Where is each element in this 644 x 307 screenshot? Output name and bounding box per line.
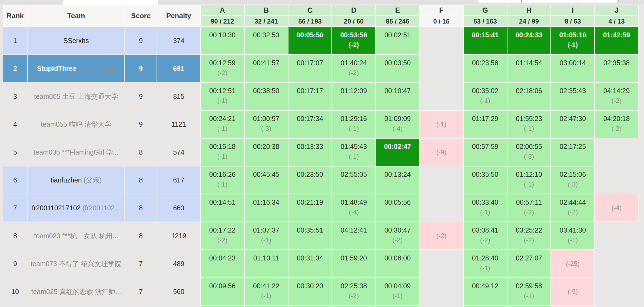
rank-cell: 3 [3, 83, 27, 110]
solve-time: 00:04:09 [376, 282, 419, 290]
solve-time: 00:57:11 [507, 198, 550, 207]
problem-header-J[interactable]: J [595, 5, 638, 15]
problem-header-H[interactable]: H [507, 5, 550, 15]
attempt-count: (-1) [245, 236, 288, 244]
solve-time: 01:00:57 [245, 114, 288, 123]
problem-header-G[interactable]: G [464, 5, 507, 15]
problem-cell [595, 306, 638, 307]
score-cell: 8 [125, 222, 157, 249]
solve-time: 00:30:20 [288, 282, 331, 290]
problem-cell: 02:25:38(-2) [332, 278, 375, 305]
attempt-count: (-4) [595, 204, 638, 212]
solve-time: 00:41:57 [245, 58, 288, 67]
problem-cell: 00:05:50 [288, 27, 331, 54]
problem-cell: 00:53:58(-2) [332, 27, 375, 54]
attempt-count: (-2) [332, 292, 375, 300]
table-row: 9team073 不得了 绍兴文理学院748900:04:2301:10:110… [3, 250, 638, 277]
attempt-count: (-9) [420, 148, 463, 156]
problem-cell: 00:33:40(-1) [464, 194, 507, 221]
segmented-control[interactable] [477, 0, 619, 3]
problem-cell: 00:04:23 [201, 250, 244, 277]
problem-cell: 04:20:18(-2) [595, 111, 638, 138]
attempt-count: (-2) [507, 208, 550, 216]
problem-cell: (-5) [551, 278, 594, 305]
solve-time: 02:00:55 [507, 142, 550, 151]
solve-time: 01:48:49 [332, 198, 375, 207]
problem-cell: (-1) [420, 111, 463, 138]
problem-cell: 00:23:50 [288, 166, 331, 194]
problem-stats-F: 0 / 16 [420, 16, 463, 26]
solve-time: 01:59:20 [332, 254, 375, 263]
problem-cell: 02:15:06(-3) [551, 166, 594, 194]
attempt-count: (-1) [332, 152, 375, 161]
problem-cell: 01:16:34 [245, 194, 288, 221]
solve-time: 00:23:58 [464, 58, 507, 67]
problem-cell [332, 306, 375, 307]
problem-stats-G: 53 / 163 [464, 16, 507, 26]
problem-cell [201, 306, 244, 307]
problem-header-B[interactable]: B [245, 5, 288, 15]
rank-cell: 8 [3, 222, 27, 249]
solve-time: 02:18:06 [507, 86, 550, 95]
problem-stats-H: 24 / 99 [507, 16, 550, 26]
problem-header-C[interactable]: C [288, 5, 331, 15]
problem-cell: 00:17:07 [288, 55, 331, 82]
problem-cell: 00:38:50 [245, 83, 288, 110]
score-cell: 9 [125, 27, 157, 54]
attempt-count: (-1) [464, 208, 507, 216]
solve-time: 02:27:07 [507, 254, 550, 263]
solve-time: 02:35:38 [595, 58, 638, 67]
problem-cell: 00:15:41 [464, 27, 507, 54]
attempt-count: (-3) [551, 180, 594, 188]
problem-stats-E: 85 / 246 [376, 16, 419, 26]
team-name-secondary: team055 喵呜 清华大学 [41, 120, 111, 128]
solve-time: 00:57:59 [464, 142, 507, 151]
browser-tab-remnant[interactable] [63, 0, 158, 5]
solve-time: 03:41:30 [551, 226, 594, 235]
team-cell: team055 喵呜 清华大学 [28, 111, 124, 138]
attempt-count: (-1) [201, 125, 244, 133]
score-cell: 8 [125, 166, 157, 194]
solve-time: 01:28:40 [464, 254, 507, 263]
problem-cell: 03:25:22(-2) [507, 222, 550, 249]
rank-cell: 4 [3, 111, 27, 138]
solve-time: 02:44:44 [551, 198, 594, 207]
problem-cell: 01:28:40(-1) [464, 250, 507, 277]
solve-time: 01:45:43 [332, 142, 375, 151]
problem-cell: 00:41:22(-1) [245, 278, 288, 305]
rank-cell: 2 [3, 55, 27, 82]
penalty-cell: 617 [157, 166, 200, 194]
problem-cell [376, 306, 419, 307]
problem-cell: 00:16:26(-1) [201, 166, 244, 194]
table-row: 5team035 ***FlamingGirl 学...857400:15:18… [3, 139, 638, 166]
score-cell: 8 [125, 194, 157, 221]
problem-header-A[interactable]: A [201, 5, 244, 15]
problem-header-D[interactable]: D [332, 5, 375, 15]
problem-header-F[interactable]: F [420, 5, 463, 15]
problem-cell: 00:35:51 [288, 222, 331, 249]
team-name-secondary: team025 真红的恋歌 浙江师... [31, 288, 121, 295]
col-header-penalty: Penalty [157, 5, 200, 26]
solve-time: 00:53:58 [332, 31, 375, 40]
problem-cell: 00:17:34 [288, 111, 331, 138]
solve-time: 00:05:56 [376, 198, 419, 207]
solve-time: 00:12:51 [201, 86, 244, 95]
attempt-count: (-2) [595, 125, 638, 133]
table-row: 2StupidThree (chenthree)969100:12:59(-2)… [3, 55, 638, 82]
score-cell: 7 [125, 278, 157, 305]
penalty-cell: 1121 [157, 111, 200, 138]
solve-time: 00:14:51 [201, 198, 244, 207]
problem-header-E[interactable]: E [376, 5, 419, 15]
solve-time: 00:45:45 [245, 170, 288, 179]
attempt-count: (-1) [507, 180, 550, 188]
problem-cell: 01:59:20 [332, 250, 375, 277]
problem-header-I[interactable]: I [551, 5, 594, 15]
attempt-count: (-2) [332, 41, 375, 49]
attempt-count: (-3) [245, 125, 288, 133]
problem-cell: 00:23:58 [464, 55, 507, 82]
problem-cell [420, 83, 463, 110]
problem-cell [420, 166, 463, 194]
problem-cell: 01:10:11 [245, 250, 288, 277]
solve-time: 02:47:30 [551, 114, 594, 123]
team-cell [28, 306, 124, 307]
